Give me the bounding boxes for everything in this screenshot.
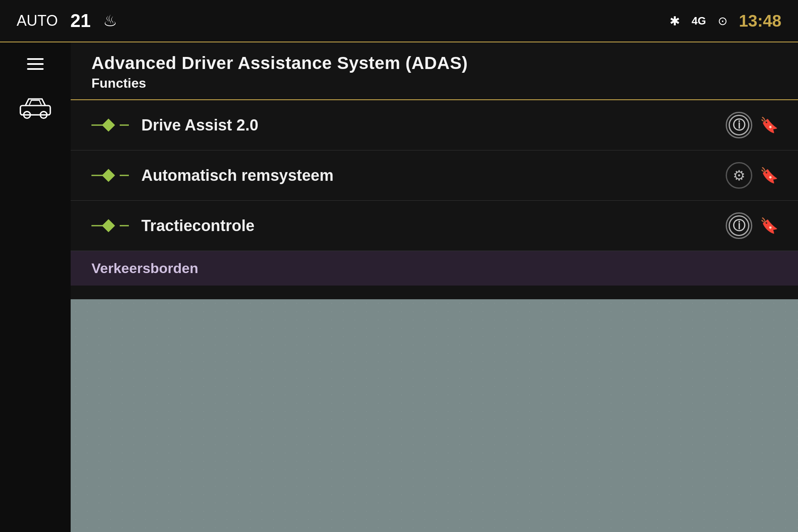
bookmark-icon-traction: 🔖 [760, 217, 778, 234]
feature-name-traction: Tractiecontrole [141, 217, 726, 235]
status-right: ✱ 4G ⊙ 13:48 [670, 12, 781, 30]
gold-separator [0, 42, 798, 42]
bookmark-button-drive-assist[interactable]: 🔖 [761, 115, 777, 135]
status-left: AUTO 21 ♨ [17, 10, 117, 31]
toggle-diamond [102, 118, 115, 131]
toggle-line-right-brake [120, 175, 129, 176]
info-button-drive-assist[interactable]: ⓘ [726, 112, 752, 138]
bookmark-button-auto-brake[interactable]: 🔖 [761, 165, 777, 186]
feature-name-drive-assist: Drive Assist 2.0 [141, 116, 726, 134]
svg-rect-0 [20, 106, 50, 115]
dashboard-physical [0, 299, 798, 532]
toggle-diamond-traction [102, 219, 115, 232]
feature-icon-area-traction: Tractiecontrole [91, 217, 726, 235]
toggle-line-right [120, 125, 129, 126]
info-icon-traction: ⓘ [729, 215, 749, 236]
feature-list: Drive Assist 2.0 ⓘ 🔖 Automatisch remsyst [71, 100, 798, 286]
page-subtitle: Functies [91, 76, 777, 91]
section-title-verkeersborden: Verkeersborden [91, 260, 777, 276]
dashboard-texture [0, 299, 798, 532]
gear-icon: ⚙ [733, 167, 745, 184]
feature-item-auto-brake[interactable]: Automatisch remsysteem ⚙ 🔖 [71, 150, 798, 201]
feature-name-auto-brake: Automatisch remsysteem [141, 167, 726, 185]
feature-item-traction[interactable]: Tractiecontrole ⓘ 🔖 [71, 201, 798, 251]
feature-actions-traction: ⓘ 🔖 [726, 212, 777, 239]
page-title: Advanced Driver Assistance System (ADAS) [91, 53, 777, 73]
page-header: Advanced Driver Assistance System (ADAS)… [71, 42, 798, 100]
seat-heat-icon: ♨ [103, 12, 117, 30]
location-icon: ⊙ [718, 14, 727, 28]
gear-button-auto-brake[interactable]: ⚙ [726, 162, 752, 189]
feature-icon-area: Drive Assist 2.0 [91, 116, 726, 134]
feature-actions-drive-assist: ⓘ 🔖 [726, 112, 777, 138]
bookmark-icon-brake: 🔖 [760, 167, 778, 184]
feature-actions-auto-brake: ⚙ 🔖 [726, 162, 777, 189]
car-icon[interactable] [19, 95, 52, 121]
feature-item-drive-assist[interactable]: Drive Assist 2.0 ⓘ 🔖 [71, 100, 798, 150]
toggle-line-right-traction [120, 225, 129, 227]
clock-display: 13:48 [739, 12, 781, 30]
toggle-diamond-brake [102, 169, 115, 182]
feature-icon-area-brake: Automatisch remsysteem [91, 167, 726, 185]
status-bar: AUTO 21 ♨ ✱ 4G ⊙ 13:48 [0, 0, 798, 42]
climate-mode: AUTO [17, 12, 58, 30]
bookmark-button-traction[interactable]: 🔖 [761, 215, 777, 236]
menu-button[interactable] [27, 58, 44, 70]
sidebar [0, 42, 71, 532]
bookmark-icon: 🔖 [760, 116, 778, 134]
section-header-verkeersborden[interactable]: Verkeersborden [71, 251, 798, 286]
temperature-display: 21 [70, 10, 91, 31]
info-button-traction[interactable]: ⓘ [726, 212, 752, 239]
bluetooth-icon: ✱ [670, 14, 680, 28]
signal-icon: 4G [692, 15, 706, 27]
info-icon: ⓘ [729, 115, 749, 135]
